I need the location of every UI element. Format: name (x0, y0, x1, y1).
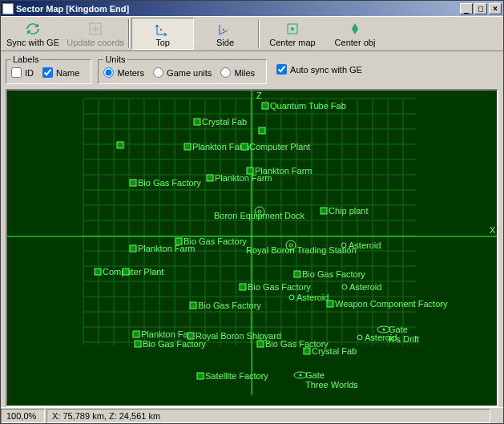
asteroid-icon[interactable] (357, 335, 362, 340)
station-icon[interactable] (123, 269, 129, 275)
station-icon[interactable] (294, 271, 300, 277)
side-view-button[interactable]: Side (194, 18, 256, 50)
object-label: Bio Gas Factory (138, 178, 201, 188)
update-coords-label: Update coords (67, 38, 124, 47)
options-row: Labels ID Name Units Meters Game units (1, 51, 503, 89)
top-view-label: Top (155, 38, 170, 47)
station-icon[interactable] (190, 302, 196, 309)
object-label: Satellite Factory (205, 371, 268, 381)
svg-point-51 (300, 374, 302, 377)
svg-point-1 (160, 29, 162, 30)
object-label: Plankton Farm (215, 173, 272, 183)
name-checkbox[interactable]: Name (42, 67, 79, 78)
sync-ge-button[interactable]: Sync with GE (2, 18, 64, 50)
titlebar: Sector Map [Kingdom End] _ □ × (1, 1, 503, 16)
svg-text:X: X (490, 225, 496, 235)
station-icon[interactable] (197, 373, 204, 379)
object-label: Royal Boron Trading Station (246, 245, 357, 255)
maximize-button[interactable]: □ (474, 3, 487, 14)
update-coords-icon (87, 21, 103, 37)
svg-point-2 (223, 29, 224, 30)
station-icon[interactable] (184, 143, 191, 150)
autosync-checkbox-input[interactable] (276, 64, 287, 75)
units-fieldset: Units Meters Game units Miles (98, 55, 267, 84)
statusbar: 100,0% X: 75,789 km, Z: 24,561 km (1, 407, 503, 423)
object-label: Crystal Fab (312, 346, 357, 356)
center-obj-icon (347, 21, 363, 37)
meters-radio-input[interactable] (103, 67, 114, 78)
object-label: Chip plant (329, 206, 369, 216)
miles-radio[interactable]: Miles (220, 67, 255, 78)
autosync-checkbox[interactable]: Auto sync with GE (276, 64, 362, 75)
zoom-cell: 100,0% (1, 409, 45, 423)
station-icon[interactable] (133, 331, 139, 337)
top-view-button[interactable]: Top (131, 18, 194, 50)
object-label: Plankton Fa (141, 329, 189, 339)
station-icon[interactable] (259, 127, 265, 134)
close-button[interactable]: × (489, 3, 502, 14)
object-label: K's Drift (389, 334, 419, 344)
center-map-label: Center map (269, 38, 315, 47)
minimize-button[interactable]: _ (460, 3, 473, 14)
gameunits-radio[interactable]: Game units (153, 67, 212, 78)
svg-point-4 (291, 27, 294, 30)
meters-radio[interactable]: Meters (103, 67, 144, 78)
window-title: Sector Map [Kingdom End] (16, 4, 458, 14)
name-checkbox-label: Name (56, 68, 79, 78)
station-icon[interactable] (304, 348, 310, 354)
id-checkbox-label: ID (25, 68, 34, 78)
gameunits-radio-input[interactable] (153, 67, 163, 78)
station-icon[interactable] (130, 245, 136, 252)
miles-radio-label: Miles (234, 68, 255, 78)
update-coords-button: Update coords (64, 18, 127, 50)
toolbar: Sync with GE Update coords Top Side Cent… (1, 16, 503, 51)
station-icon[interactable] (187, 333, 194, 339)
coords-cell: X: 75,789 km, Z: 24,561 km (46, 409, 490, 423)
station-icon[interactable] (327, 301, 333, 307)
center-map-button[interactable]: Center map (261, 18, 324, 50)
center-obj-button[interactable]: Center obj (324, 18, 386, 50)
app-icon (2, 3, 14, 14)
object-label: Plankton Farm (138, 244, 196, 253)
autosync-checkbox-label: Auto sync with GE (290, 65, 362, 75)
object-label: Bio Gas Factory (143, 339, 206, 349)
station-icon[interactable] (95, 269, 101, 275)
svg-text:Z: Z (256, 91, 262, 100)
station-icon[interactable] (130, 180, 136, 186)
object-label: Computer Plant (249, 142, 310, 151)
id-checkbox[interactable]: ID (11, 67, 34, 78)
id-checkbox-input[interactable] (11, 67, 22, 78)
object-label: Three Worlds (305, 380, 358, 390)
station-icon[interactable] (321, 208, 327, 214)
object-label: Asteroid (296, 293, 329, 302)
asteroid-icon[interactable] (342, 285, 347, 289)
object-label: Bio Gas Factory (198, 301, 261, 310)
center-obj-label: Center obj (335, 38, 376, 47)
object-label: Quantum Tube Fab (270, 101, 346, 111)
sector-map[interactable]: ZXQuantum Tube FabCrystal FabPlankton Fa… (6, 89, 498, 407)
gameunits-radio-label: Game units (167, 68, 212, 78)
object-label: Boron Equipment Dock (214, 211, 305, 220)
map-canvas[interactable]: ZXQuantum Tube FabCrystal FabPlankton Fa… (7, 91, 497, 406)
station-icon[interactable] (257, 341, 264, 347)
name-checkbox-input[interactable] (42, 67, 53, 78)
station-icon[interactable] (117, 142, 123, 148)
side-view-icon (217, 21, 233, 37)
station-icon[interactable] (207, 175, 213, 181)
object-label: Asteroid (349, 282, 381, 292)
object-label: Bio Gas Factory (248, 282, 311, 292)
station-icon[interactable] (240, 284, 246, 290)
svg-point-50 (383, 329, 385, 331)
station-icon[interactable] (241, 143, 248, 150)
units-legend: Units (103, 55, 127, 64)
labels-legend: Labels (11, 55, 40, 64)
station-icon[interactable] (194, 119, 200, 125)
station-icon[interactable] (262, 103, 268, 109)
center-map-icon (284, 21, 300, 37)
side-view-label: Side (216, 38, 234, 47)
miles-radio-input[interactable] (220, 67, 231, 78)
station-icon[interactable] (135, 341, 141, 347)
asteroid-icon[interactable] (289, 295, 294, 300)
sync-ge-label: Sync with GE (6, 38, 59, 47)
sync-icon (25, 21, 41, 37)
